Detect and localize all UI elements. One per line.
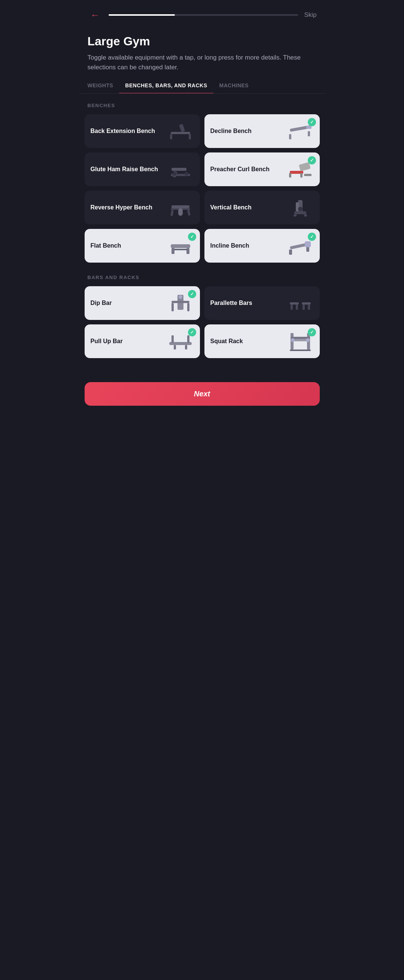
back-arrow-icon: ← xyxy=(90,10,100,20)
svg-rect-40 xyxy=(187,303,189,311)
svg-rect-20 xyxy=(170,210,174,216)
tabs-container: WEIGHTS BENCHES, BARS, AND RACKS MACHINE… xyxy=(79,78,326,94)
vertical-bench-image xyxy=(287,197,314,218)
dip-bar-card[interactable]: ✓ Dip Bar xyxy=(85,286,200,320)
svg-point-11 xyxy=(173,172,176,176)
pull-up-bar-check: ✓ xyxy=(188,328,196,336)
svg-rect-0 xyxy=(171,132,190,134)
svg-rect-59 xyxy=(290,350,311,351)
svg-point-28 xyxy=(298,207,303,211)
vertical-bench-card[interactable]: Vertical Bench xyxy=(204,191,320,224)
svg-rect-45 xyxy=(296,305,298,310)
svg-rect-43 xyxy=(302,302,311,305)
svg-rect-32 xyxy=(174,249,187,250)
svg-rect-25 xyxy=(293,214,296,216)
flat-bench-label: Flat Bench xyxy=(90,242,164,250)
pull-up-bar-label: Pull Up Bar xyxy=(90,337,164,345)
svg-rect-44 xyxy=(290,305,293,310)
svg-rect-15 xyxy=(289,173,291,178)
page-title: Large Gym xyxy=(88,35,317,48)
svg-rect-50 xyxy=(185,345,187,350)
svg-rect-36 xyxy=(305,241,311,247)
title-section: Large Gym Toggle available equipment wit… xyxy=(79,22,326,78)
preacher-curl-bench-card[interactable]: ✓ Preacher Curl Bench xyxy=(204,153,320,186)
squat-rack-check: ✓ xyxy=(308,328,316,336)
svg-rect-17 xyxy=(304,174,312,176)
svg-rect-29 xyxy=(171,244,190,248)
reverse-hyper-bench-image xyxy=(167,197,194,218)
svg-rect-49 xyxy=(174,345,176,350)
svg-rect-7 xyxy=(306,126,312,129)
next-button[interactable]: Next xyxy=(85,382,320,406)
svg-point-58 xyxy=(306,338,310,342)
progress-bar-fill xyxy=(109,14,175,16)
svg-rect-22 xyxy=(178,208,183,216)
svg-rect-8 xyxy=(171,168,187,171)
svg-rect-6 xyxy=(308,131,310,136)
page-description: Toggle available equipment with a tap, o… xyxy=(88,53,317,72)
svg-point-12 xyxy=(185,172,189,176)
reverse-hyper-bench-card[interactable]: Reverse Hyper Bench xyxy=(85,191,200,224)
squat-rack-label: Squat Rack xyxy=(211,337,284,345)
svg-rect-47 xyxy=(308,305,310,310)
back-extension-bench-label: Back Extension Bench xyxy=(90,127,164,135)
parallette-bars-card[interactable]: Parallette Bars xyxy=(204,286,320,320)
parallette-bars-label: Parallette Bars xyxy=(211,299,284,307)
svg-rect-34 xyxy=(289,250,292,255)
preacher-curl-bench-label: Preacher Curl Bench xyxy=(211,165,284,173)
reverse-hyper-bench-label: Reverse Hyper Bench xyxy=(90,204,164,212)
svg-point-57 xyxy=(291,338,295,342)
svg-point-41 xyxy=(179,295,182,299)
bars-racks-section-label: BARS AND RACKS xyxy=(85,275,320,280)
skip-button[interactable]: Skip xyxy=(304,11,316,19)
glute-ham-raise-bench-card[interactable]: Glute Ham Raise Bench xyxy=(85,153,200,186)
squat-rack-card[interactable]: ✓ Squat Rack xyxy=(204,325,320,358)
back-extension-bench-card[interactable]: Back Extension Bench xyxy=(85,114,200,148)
svg-rect-24 xyxy=(294,211,306,214)
glute-ham-raise-bench-image xyxy=(167,159,194,180)
decline-bench-card[interactable]: ✓ Decline Bench xyxy=(204,114,320,148)
dip-bar-check: ✓ xyxy=(188,290,196,298)
svg-rect-35 xyxy=(306,247,309,252)
decline-bench-check: ✓ xyxy=(308,118,316,126)
flat-bench-check: ✓ xyxy=(188,233,196,241)
content-section: BENCHES Back Extension Bench ✓ Decline B… xyxy=(79,94,326,379)
incline-bench-check: ✓ xyxy=(308,233,316,241)
vertical-bench-label: Vertical Bench xyxy=(211,204,284,212)
svg-rect-2 xyxy=(170,134,172,139)
svg-rect-1 xyxy=(179,124,185,132)
incline-bench-label: Incline Bench xyxy=(211,242,284,250)
benches-section-label: BENCHES xyxy=(85,103,320,108)
svg-rect-39 xyxy=(171,303,174,311)
svg-rect-56 xyxy=(293,339,307,341)
progress-bar xyxy=(109,14,298,16)
flat-bench-card[interactable]: ✓ Flat Bench xyxy=(85,229,200,262)
tab-machines[interactable]: MACHINES xyxy=(214,78,255,94)
dip-bar-label: Dip Bar xyxy=(90,299,164,307)
preacher-curl-bench-check: ✓ xyxy=(308,156,316,164)
svg-rect-46 xyxy=(303,305,305,310)
svg-rect-38 xyxy=(171,301,189,303)
header: ← Skip xyxy=(79,0,326,22)
parallette-bars-image xyxy=(287,293,314,313)
svg-rect-5 xyxy=(289,134,291,139)
bars-racks-grid: ✓ Dip Bar Parallette Bars xyxy=(85,286,320,358)
incline-bench-card[interactable]: ✓ Incline Bench xyxy=(204,229,320,262)
svg-rect-26 xyxy=(304,214,307,216)
svg-rect-42 xyxy=(290,302,299,305)
svg-rect-18 xyxy=(171,205,189,208)
svg-rect-3 xyxy=(189,134,191,139)
tab-benches-bars-racks[interactable]: BENCHES, BARS, AND RACKS xyxy=(119,78,213,94)
svg-rect-21 xyxy=(187,209,190,216)
svg-rect-14 xyxy=(299,162,311,172)
svg-rect-52 xyxy=(187,335,189,343)
glute-ham-raise-bench-label: Glute Ham Raise Bench xyxy=(90,165,164,173)
pull-up-bar-card[interactable]: ✓ Pull Up Bar xyxy=(85,325,200,358)
decline-bench-label: Decline Bench xyxy=(211,127,284,135)
back-extension-bench-image xyxy=(167,121,194,142)
benches-grid: Back Extension Bench ✓ Decline Bench xyxy=(85,114,320,262)
svg-rect-16 xyxy=(300,173,303,178)
back-button[interactable]: ← xyxy=(88,8,103,22)
svg-rect-51 xyxy=(171,335,174,343)
tab-weights[interactable]: WEIGHTS xyxy=(82,78,119,94)
